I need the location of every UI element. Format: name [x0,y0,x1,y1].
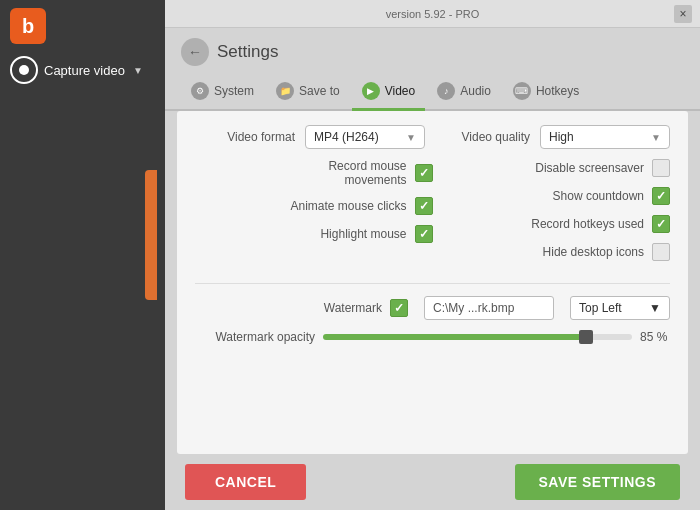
format-quality-row: Video format MP4 (H264) ▼ Video quality … [195,125,670,149]
format-value: MP4 (H264) [314,130,379,144]
quality-arrow-icon: ▼ [651,132,661,143]
tab-audio[interactable]: ♪ Audio [427,76,501,111]
tab-system-label: System [214,84,254,98]
tab-video-icon: ▶ [362,82,380,100]
record-mouse-label: Record mouse movements [328,159,406,187]
quality-value: High [549,130,574,144]
animate-clicks-checkbox[interactable] [415,197,433,215]
highlight-mouse-row: Highlight mouse [195,225,433,243]
disable-screensaver-checkbox[interactable] [652,159,670,177]
back-button[interactable]: ← [181,38,209,66]
bottom-bar: CANCEL SAVE SETTINGS [165,454,700,510]
tab-video-label: Video [385,84,415,98]
animate-clicks-row: Animate mouse clicks [195,197,433,215]
opacity-slider-track [323,334,632,340]
tab-system-icon: ⚙ [191,82,209,100]
save-settings-button[interactable]: SAVE SETTINGS [515,464,680,500]
opacity-value: 85 % [640,330,670,344]
capture-circle-inner [19,65,29,75]
hide-desktop-row: Hide desktop icons [433,243,671,261]
quality-select[interactable]: High ▼ [540,125,670,149]
watermark-position-value: Top Left [579,301,622,315]
show-countdown-checkbox[interactable] [652,187,670,205]
record-hotkeys-row: Record hotkeys used [433,215,671,233]
highlight-mouse-checkbox[interactable] [415,225,433,243]
disable-screensaver-label: Disable screensaver [535,161,644,175]
opacity-label: Watermark opacity [195,330,315,344]
checkboxes-section: Record mouse movements Animate mouse cli… [195,159,670,271]
tabs-bar: ⚙ System 📁 Save to ▶ Video ♪ Audio ⌨ Hot… [165,72,700,111]
tab-saveto-icon: 📁 [276,82,294,100]
tab-hotkeys[interactable]: ⌨ Hotkeys [503,76,589,111]
format-label: Video format [195,130,295,144]
video-settings-panel: Video format MP4 (H264) ▼ Video quality … [177,111,688,454]
opacity-row: Watermark opacity 85 % [195,330,670,344]
hide-desktop-checkbox[interactable] [652,243,670,261]
record-mouse-checkbox[interactable] [415,164,433,182]
capture-chevron-icon: ▼ [133,65,143,76]
tab-audio-icon: ♪ [437,82,455,100]
tab-saveto-label: Save to [299,84,340,98]
quality-label: Video quality [440,130,530,144]
settings-title: Settings [217,42,278,62]
right-checks-col: Disable screensaver Show countdown Recor… [433,159,671,271]
capture-label: Capture video [44,63,125,78]
opacity-slider-thumb[interactable] [579,330,593,344]
show-countdown-row: Show countdown [433,187,671,205]
version-text: version 5.92 - PRO [386,8,480,20]
record-hotkeys-checkbox[interactable] [652,215,670,233]
format-arrow-icon: ▼ [406,132,416,143]
logo-icon: b [22,15,34,38]
watermark-label: Watermark [302,301,382,315]
back-arrow-icon: ← [188,44,202,60]
tab-hotkeys-icon: ⌨ [513,82,531,100]
sidebar-accent [145,170,157,300]
animate-clicks-label: Animate mouse clicks [290,199,406,213]
record-hotkeys-label: Record hotkeys used [531,217,644,231]
tab-hotkeys-label: Hotkeys [536,84,579,98]
capture-video-button[interactable]: Capture video ▼ [0,56,143,84]
tab-saveto[interactable]: 📁 Save to [266,76,350,111]
tab-audio-label: Audio [460,84,491,98]
capture-circle-icon [10,56,38,84]
close-button[interactable]: × [674,5,692,23]
app-logo: b [10,8,46,44]
record-mouse-row: Record mouse movements [195,159,433,187]
sidebar: b Capture video ▼ [0,0,165,510]
main-panel: version 5.92 - PRO × ← Settings ⚙ System… [165,0,700,510]
divider [195,283,670,284]
cancel-button[interactable]: CANCEL [185,464,306,500]
disable-screensaver-row: Disable screensaver [433,159,671,177]
tab-system[interactable]: ⚙ System [181,76,264,111]
watermark-position-select[interactable]: Top Left ▼ [570,296,670,320]
show-countdown-label: Show countdown [553,189,644,203]
titlebar: version 5.92 - PRO × [165,0,700,28]
watermark-row: Watermark C:\My ...rk.bmp Top Left ▼ [195,296,670,320]
highlight-mouse-label: Highlight mouse [320,227,406,241]
tab-video[interactable]: ▶ Video [352,76,425,111]
watermark-path-display: C:\My ...rk.bmp [424,296,554,320]
hide-desktop-label: Hide desktop icons [543,245,644,259]
left-checks-col: Record mouse movements Animate mouse cli… [195,159,433,271]
opacity-slider-container [323,331,632,343]
settings-header: ← Settings [165,28,700,72]
format-select[interactable]: MP4 (H264) ▼ [305,125,425,149]
watermark-position-arrow-icon: ▼ [649,301,661,315]
watermark-checkbox[interactable] [390,299,408,317]
